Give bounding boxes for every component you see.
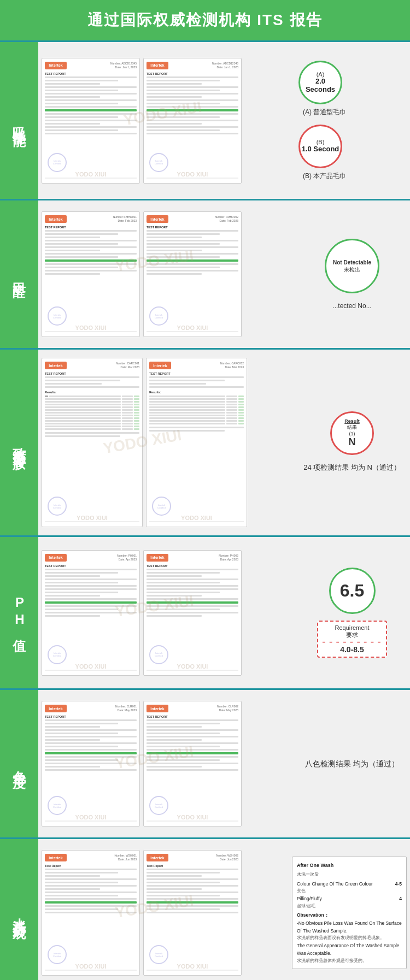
wash-result-box: After One Wash 水洗一次后 Colour Change Of Th… xyxy=(292,857,407,969)
section-label-ph: PH值 xyxy=(0,537,38,688)
doc-logo-ph-2: Intertek xyxy=(147,554,168,562)
section-label-absorption: 吸水性能 xyxy=(0,42,38,199)
wash-subtitle: 水洗一次后 xyxy=(297,871,402,878)
doc-card-carc-1: Intertek Number: CARC001Date: Mar 2023 T… xyxy=(42,358,143,527)
wash-row1-value: 4-5 xyxy=(395,881,402,888)
wash-obs2-en: The General Appearance Of The Washed Sam… xyxy=(297,942,402,957)
annotations-wash: After One Wash 水洗一次后 Colour Change Of Th… xyxy=(290,839,410,980)
label-text-formaldehyde: 甲醛 xyxy=(11,272,27,276)
result-sub1: 结果 xyxy=(347,424,357,431)
doc-stamp-wash-1: IntertekCertified xyxy=(48,945,67,964)
wash-obs1-en: -No Obvious Pile Loss Was Found On The S… xyxy=(297,920,402,935)
req-range: 4.0-8.5 xyxy=(323,645,382,654)
carcinogen-note: 24 项检测结果 均为 N（通过） xyxy=(303,462,401,474)
label-text-absorption: 吸水性能 xyxy=(11,116,27,125)
doc-stamp-form-1: IntertekCertified xyxy=(48,306,67,326)
section-docs-formaldehyde: Intertek Number: FMHD001Date: Feb 2023 T… xyxy=(38,200,295,348)
doc-stamp-ph-1: IntertekCertified xyxy=(48,645,67,664)
section-label-wash: 水洗后外观 xyxy=(0,839,38,980)
doc-card-carc-2: Intertek Number: CARC002Date: Mar 2023 T… xyxy=(146,358,247,527)
doc-card-wash-2: Intertek Number: WSH002Date: Jun 2023 Te… xyxy=(143,850,242,976)
wash-row3-value: 4 xyxy=(399,895,402,903)
result-sub2: (1) xyxy=(349,431,355,436)
ph-value: 6.5 xyxy=(340,581,364,601)
doc-card-ph-1: Intertek Number: PH001Date: Apr 2023 TES… xyxy=(42,550,140,676)
section-formaldehyde: 甲醛 Intertek Number: FMHD001Date: Feb 202… xyxy=(0,200,410,350)
result-title: Result xyxy=(344,418,360,424)
circle-b-value: 1.0 Second xyxy=(302,145,339,153)
doc-card-form-1: Intertek Number: FMHD001Date: Feb 2023 T… xyxy=(42,211,140,337)
not-detectable-sub: 未检出 xyxy=(344,266,360,274)
ph-value-circle: 6.5 xyxy=(329,568,376,614)
section-docs-ph: Intertek Number: PH001Date: Apr 2023 TES… xyxy=(38,537,295,688)
note-b: (B) 本产品毛巾 xyxy=(303,172,346,181)
circle-a-value: 2.0 Seconds xyxy=(300,78,341,93)
color-pass-note: 八色检测结果 均为（通过） xyxy=(305,758,399,770)
doc-card-wash-1: Intertek Number: WSH001Date: Jun 2023 Te… xyxy=(42,850,140,976)
label-text-carcinogen: 致癌芳香胺 xyxy=(11,437,27,448)
section-docs-absorption: Intertek Number: ABCD12345Date: Jan 1, 2… xyxy=(38,42,295,199)
req-title-en: Requirement xyxy=(323,624,382,631)
section-colorfastness: 色牢度 Intertek Number: CLR001Date: May 202… xyxy=(0,690,410,839)
req-dashes: = = = = = = = = = xyxy=(323,639,382,645)
doc-stamp-form-2: IntertekCertified xyxy=(149,306,168,326)
note-a: (A) 普通型毛巾 xyxy=(303,108,346,117)
circle-b: (B) 1.0 Second xyxy=(298,125,342,168)
formaldehyde-note: ...tected No... xyxy=(332,302,371,310)
doc-logo-wash-1: Intertek xyxy=(45,854,67,861)
section-docs-carcinogen: Intertek Number: CARC001Date: Mar 2023 T… xyxy=(38,350,295,535)
doc-stamp-ph-2: IntertekCertified xyxy=(149,645,168,664)
section-label-carcinogen: 致癌芳香胺 xyxy=(0,350,38,535)
req-title-zh: 要求 xyxy=(323,631,382,639)
section-ph: PH值 Intertek Number: PH001Date: Apr 2023… xyxy=(0,537,410,690)
label-text-wash: 水洗后外观 xyxy=(11,907,27,918)
wash-obs2-zh: 水洗后的样品总体外观是可接受的。 xyxy=(297,958,402,964)
page-header: 通过国际权威检测机构 ITS 报告 xyxy=(0,0,410,42)
section-absorption: 吸水性能 Intertek Number: ABCD12345Date: Jan… xyxy=(0,42,410,200)
wash-row4-label: 起球/起毛 xyxy=(297,903,402,910)
doc-logo-ph-1: Intertek xyxy=(45,554,67,562)
label-text-ph: PH值 xyxy=(11,595,27,631)
annotations-ph: 6.5 Requirement 要求 = = = = = = = = = 4.0… xyxy=(295,537,410,688)
doc-logo-carc-1: Intertek xyxy=(45,362,67,369)
callout-a: (A) 2.0 Seconds xyxy=(298,61,342,104)
result-circle: Result 结果 (1) N xyxy=(330,411,374,455)
section-washappearance: 水洗后外观 Intertek Number: WSH001Date: Jun 2… xyxy=(0,839,410,980)
label-text-color: 色牢度 xyxy=(11,760,27,767)
doc-card-color-2: Intertek Number: CLR002Date: May 2023 TE… xyxy=(143,701,242,826)
section-docs-color: Intertek Number: CLR001Date: May 2023 TE… xyxy=(38,690,295,837)
annotations-absorption: (A) 2.0 Seconds (A) 普通型毛巾 (B) 1.0 Second… xyxy=(295,42,410,199)
page-title: 通过国际权威检测机构 ITS 报告 xyxy=(5,10,405,31)
result-value: N xyxy=(349,436,356,448)
wash-obs1-zh: 水洗后的样品表面没有发现明显的掉毛现象。 xyxy=(297,935,402,941)
not-detectable-main: Not Detectable xyxy=(333,259,371,266)
wash-obs-title: Observation： xyxy=(297,912,402,919)
wash-row2-label: 变色 xyxy=(297,888,402,894)
annotations-color: 八色检测结果 均为（通过） xyxy=(295,690,410,837)
annotations-carcinogen: Result 结果 (1) N 24 项检测结果 均为 N（通过） xyxy=(295,350,410,535)
circle-a: (A) 2.0 Seconds xyxy=(298,61,342,104)
not-detectable-circle: Not Detectable 未检出 xyxy=(325,239,379,293)
doc-card-1: Intertek Number: ABCD12345Date: Jan 1, 2… xyxy=(42,58,140,184)
requirement-box: Requirement 要求 = = = = = = = = = 4.0-8.5 xyxy=(317,621,388,658)
wash-row1-label: Colour Change Of The Green Colour xyxy=(297,881,373,888)
doc-card-form-2: Intertek Number: FMHD002Date: Feb 2023 T… xyxy=(143,211,242,337)
doc-logo-1: Intertek xyxy=(45,62,67,69)
doc-logo-carc-2: Intertek xyxy=(149,362,171,369)
doc-stamp-color-2: IntertekCertified xyxy=(149,796,168,815)
doc-stamp-2: IntertekCertified xyxy=(149,153,168,172)
doc-logo-2: Intertek xyxy=(147,62,168,69)
section-docs-wash: Intertek Number: WSH001Date: Jun 2023 Te… xyxy=(38,839,290,980)
section-label-formaldehyde: 甲醛 xyxy=(0,200,38,348)
doc-card-ph-2: Intertek Number: PH002Date: Apr 2023 TES… xyxy=(143,550,242,676)
doc-stamp-carc-1: IntertekCertified xyxy=(48,497,67,516)
doc-logo-form-2: Intertek xyxy=(147,215,168,223)
doc-logo-form-1: Intertek xyxy=(45,215,67,223)
doc-stamp-carc-2: IntertekCertified xyxy=(152,497,171,516)
doc-logo-color-2: Intertek xyxy=(147,705,168,712)
doc-logo-color-1: Intertek xyxy=(45,705,67,712)
section-carcinogen: 致癌芳香胺 Intertek Number: CARC001Date: Mar … xyxy=(0,350,410,537)
doc-logo-wash-2: Intertek xyxy=(147,854,168,861)
doc-card-2: Intertek Number: ABCD12346Date: Jan 1, 2… xyxy=(143,58,242,184)
doc-stamp-color-1: IntertekCertified xyxy=(48,796,67,815)
